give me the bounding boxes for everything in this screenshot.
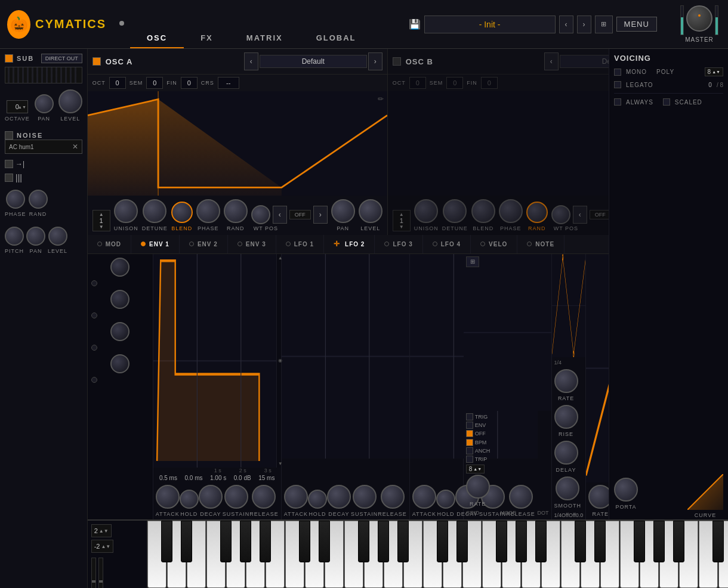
master-knob[interactable]	[686, 5, 712, 32]
piano-black-key[interactable]	[319, 521, 330, 562]
mod-port2[interactable]	[91, 312, 97, 318]
osc-a-level-knob[interactable]	[359, 199, 382, 223]
osc-a-pan-knob[interactable]	[331, 199, 355, 223]
preset-save-icon[interactable]: 💾	[409, 18, 421, 30]
sub-phase-knob[interactable]	[6, 190, 25, 209]
mod-knob3[interactable]	[110, 322, 129, 341]
lfo1-env-checkbox[interactable]	[466, 422, 473, 429]
piano-black-key[interactable]	[240, 521, 251, 562]
noise-led[interactable]	[5, 131, 13, 140]
sub-pitch-knob[interactable]	[5, 227, 24, 246]
piano-black-key[interactable]	[673, 521, 684, 562]
mod-knob1[interactable]	[110, 258, 129, 277]
e2-decay-knob[interactable]	[327, 485, 351, 509]
osc-b-phase-knob[interactable]	[499, 199, 523, 223]
preset-prev-button[interactable]: ‹	[559, 16, 573, 33]
lfo1-rate-knob[interactable]	[466, 475, 490, 499]
sustain-knob[interactable]	[224, 485, 248, 509]
osc-a-wt-pos-knob[interactable]	[251, 205, 270, 224]
porta-knob[interactable]	[614, 478, 638, 502]
piano-black-key[interactable]	[594, 521, 606, 562]
osc-b-wt-prev[interactable]: ‹	[573, 206, 587, 224]
always-checkbox[interactable]	[614, 98, 621, 106]
sem-b-val[interactable]: 0	[446, 77, 463, 89]
nav-tab-matrix[interactable]: MATRIX	[230, 29, 300, 48]
osc-a-phase-knob[interactable]	[196, 199, 220, 223]
scaled-checkbox[interactable]	[663, 98, 670, 106]
piano-black-key[interactable]	[181, 521, 192, 562]
e3-hold-knob[interactable]	[436, 490, 455, 509]
nav-tab-global[interactable]: GLOBAL	[300, 29, 373, 48]
preset-grid-icon[interactable]: ⊞	[595, 16, 613, 33]
preset-dropdown[interactable]: - Init -	[424, 16, 556, 33]
voice-spinner-b[interactable]: ▲ 1 ▼	[393, 210, 411, 231]
sem-val[interactable]: 0	[146, 77, 163, 89]
piano-black-key[interactable]	[378, 521, 389, 562]
piano-black-key[interactable]	[358, 521, 369, 562]
mod-tab-lfo2[interactable]: ✛ LFO 2	[324, 235, 375, 253]
sub-rand-knob[interactable]	[29, 190, 48, 209]
mod-tab-env1[interactable]: ENV 1	[131, 235, 180, 253]
e2-hold-knob[interactable]	[308, 490, 327, 509]
lfo2-rise-knob[interactable]	[554, 405, 578, 429]
edit-icon[interactable]: ✏	[378, 95, 384, 103]
piano-black-key[interactable]	[437, 521, 448, 562]
piano-slider-1[interactable]	[91, 558, 96, 588]
voice-spinner-a[interactable]: ▲ 1 ▼	[92, 210, 110, 231]
lfo1-trip-checkbox[interactable]	[466, 456, 473, 463]
piano-black-key[interactable]	[535, 521, 547, 562]
e2-release-knob[interactable]	[381, 485, 405, 509]
mono-checkbox[interactable]	[614, 69, 621, 76]
pitch-down-value[interactable]: -2 ▲▼	[91, 540, 114, 553]
osc-a-prev-button[interactable]: ‹	[244, 52, 258, 70]
piano-black-key[interactable]	[220, 521, 232, 562]
osc-a-wt-prev[interactable]: ‹	[273, 206, 287, 224]
osc-a-next-button[interactable]: ›	[368, 52, 382, 70]
nav-tab-osc[interactable]: OSC	[130, 29, 184, 48]
osc-b-unison-knob[interactable]	[414, 199, 438, 223]
osc-a-led[interactable]	[92, 57, 101, 66]
lfo2-rate-knob[interactable]	[554, 369, 578, 393]
decay-knob[interactable]	[199, 485, 223, 509]
lfo2-delay-knob[interactable]	[554, 441, 578, 465]
piano-black-key[interactable]	[456, 521, 468, 562]
osc-b-detune-knob[interactable]	[443, 199, 467, 223]
piano-black-key[interactable]	[496, 521, 507, 562]
piano-black-key[interactable]	[161, 521, 172, 562]
mod-tab-note[interactable]: NOTE	[517, 235, 564, 253]
lfo1-bpm-checkbox[interactable]	[466, 439, 473, 446]
osc-b-rand-knob[interactable]	[526, 202, 548, 223]
osc-b-prev-button[interactable]: ‹	[544, 52, 559, 70]
menu-button[interactable]: MENU	[616, 17, 657, 32]
piano-black-key[interactable]	[299, 521, 310, 562]
mod-tab-lfo3[interactable]: LFO 3	[375, 235, 422, 253]
direct-out-button[interactable]: DIRECT OUT	[41, 54, 82, 63]
sub-led3[interactable]	[5, 174, 13, 182]
piano-black-key[interactable]	[397, 521, 409, 562]
oct-b-val[interactable]: 0	[409, 77, 426, 89]
lfo1-off-checkbox[interactable]	[466, 430, 473, 437]
release-knob[interactable]	[252, 485, 276, 509]
osc-a-unison-knob[interactable]	[114, 199, 138, 223]
sub-level2-knob[interactable]	[48, 227, 67, 246]
poly-spinner[interactable]: 8 ▲▼	[705, 67, 723, 76]
mod-knob2[interactable]	[110, 290, 129, 309]
mod-tab-lfo1[interactable]: LFO 1	[276, 235, 324, 253]
osc-b-blend-knob[interactable]	[471, 199, 495, 223]
mod-tab-env3[interactable]: ENV 3	[228, 235, 276, 253]
e2-sustain-knob[interactable]	[353, 485, 377, 509]
osc-a-rand-knob[interactable]	[224, 199, 248, 223]
piano-black-key[interactable]	[634, 521, 645, 562]
attack-knob[interactable]	[156, 485, 180, 509]
legato-checkbox[interactable]	[614, 81, 621, 88]
piano-slider-2[interactable]	[98, 558, 103, 588]
osc-a-detune-knob[interactable]	[143, 199, 166, 223]
nav-tab-fx[interactable]: FX	[184, 29, 230, 48]
mod-port3[interactable]	[91, 345, 97, 351]
sub-pan-knob[interactable]	[35, 94, 54, 113]
fin-b-val[interactable]: 0	[481, 77, 498, 89]
piano-black-key[interactable]	[712, 521, 724, 562]
lfo1-trig-checkbox[interactable]	[466, 413, 473, 420]
pitch-up-value[interactable]: 2 ▲▼	[91, 524, 112, 537]
lfo1-shape-icon[interactable]: ⊞	[466, 256, 479, 267]
